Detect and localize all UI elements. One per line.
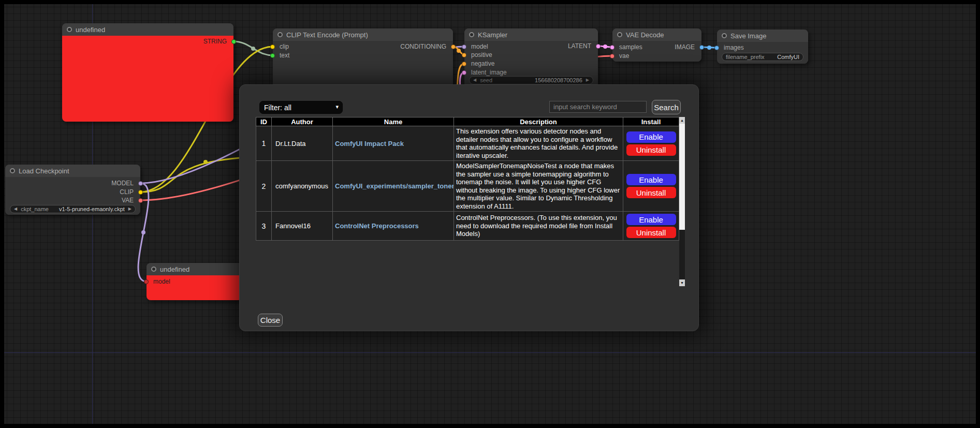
node-title: undefined	[160, 265, 189, 273]
node-load-checkpoint[interactable]: Load Checkpoint MODEL CLIP VAE ◀ ckpt_na…	[5, 165, 140, 215]
wire-midpoint-dot	[457, 49, 461, 53]
node-title-bar[interactable]: VAE Decode	[612, 28, 701, 41]
node-title-bar[interactable]: CLIP Text Encode (Prompt)	[273, 28, 453, 41]
header-install: Install	[623, 117, 679, 126]
input-dot-vae[interactable]	[610, 54, 615, 58]
wire-midpoint-dot	[141, 230, 145, 234]
table-header-row: ID Author Name Description Install	[256, 117, 679, 126]
input-label-images: images	[724, 44, 744, 51]
output-dot-clip[interactable]	[138, 190, 143, 195]
input-label-vae: vae	[619, 52, 629, 60]
extension-author: Fannovel16	[272, 212, 333, 241]
scrollbar-thumb[interactable]	[679, 124, 685, 230]
filter-dropdown[interactable]: Filter: all	[259, 101, 343, 114]
node-undefined-string[interactable]: undefined STRING	[62, 23, 233, 122]
collapse-dot-icon[interactable]	[617, 32, 622, 37]
ckpt-name-value: v1-5-pruned-emaonly.ckpt	[59, 206, 125, 212]
canvas-edge	[0, 0, 4, 428]
output-dot-vae[interactable]	[138, 198, 143, 203]
ckpt-name-widget[interactable]: ◀ ckpt_name v1-5-pruned-emaonly.ckpt ▶	[10, 205, 136, 213]
node-title-bar[interactable]: undefined	[62, 23, 233, 36]
wire-midpoint-dot	[251, 47, 255, 51]
scrollbar[interactable]: ▲ ▼	[679, 117, 685, 286]
search-button[interactable]: Search	[652, 100, 681, 114]
input-label-negative: negative	[471, 60, 494, 67]
collapse-dot-icon[interactable]	[151, 267, 156, 272]
collapse-dot-icon[interactable]	[469, 32, 474, 37]
output-label-vae: VAE	[122, 197, 134, 204]
close-button[interactable]: Close	[258, 314, 283, 327]
increment-arrow-icon[interactable]: ▶	[128, 207, 131, 211]
node-title-bar[interactable]: Save Image	[717, 29, 808, 42]
input-dot-positive[interactable]	[462, 53, 466, 57]
comfyui-app: undefined STRING CLIP Text Encode (Promp…	[0, 0, 980, 428]
wire-midpoint-dot	[603, 45, 607, 49]
output-label-model: MODEL	[111, 180, 134, 187]
search-input[interactable]	[549, 101, 647, 113]
decrement-arrow-icon[interactable]: ◀	[473, 78, 476, 82]
collapse-dot-icon[interactable]	[277, 32, 283, 37]
output-label-string: STRING	[203, 38, 227, 45]
seed-value: 156680208700286	[535, 77, 582, 83]
node-vae-decode[interactable]: VAE Decode samples vae IMAGE	[612, 28, 701, 62]
extension-link[interactable]: ComfyUI_experiments/sampler_tonemap	[335, 182, 454, 190]
uninstall-button[interactable]: Uninstall	[626, 187, 676, 198]
collapse-dot-icon[interactable]	[722, 33, 727, 38]
input-label-positive: positive	[471, 51, 492, 58]
input-dot-images[interactable]	[714, 46, 719, 50]
filename-prefix-value: ComfyUI	[777, 54, 799, 60]
node-title: KSampler	[478, 31, 507, 39]
seed-widget[interactable]: ◀ seed 156680208700286 ▶	[469, 76, 593, 84]
extension-description: ControlNet Preprocessors. (To use this e…	[454, 212, 623, 241]
decrement-arrow-icon[interactable]: ◀	[14, 207, 17, 211]
extension-row: 1 Dr.Lt.Data ComfyUI Impact Pack This ex…	[256, 126, 679, 161]
enable-button[interactable]: Enable	[626, 174, 676, 185]
extension-row: 2 comfyanonymous ComfyUI_experiments/sam…	[256, 161, 679, 212]
node-ksampler[interactable]: KSampler model positive negative latent_…	[464, 28, 598, 88]
enable-button[interactable]: Enable	[626, 131, 676, 143]
scroll-up-icon[interactable]: ▲	[679, 117, 685, 124]
extension-row: 3 Fannovel16 ControlNet Preprocessors Co…	[256, 212, 679, 241]
increment-arrow-icon[interactable]: ▶	[586, 78, 589, 82]
scroll-down-icon[interactable]: ▼	[679, 279, 685, 286]
node-undefined-model[interactable]: undefined model	[147, 263, 242, 300]
uninstall-button[interactable]: Uninstall	[626, 227, 676, 238]
node-title: VAE Decode	[626, 31, 664, 39]
filename-prefix-widget[interactable]: filename_prefix ComfyUI	[722, 53, 803, 61]
output-dot-conditioning[interactable]	[451, 45, 456, 49]
output-label-image: IMAGE	[675, 43, 695, 51]
node-clip-text-encode[interactable]: CLIP Text Encode (Prompt) clip text COND…	[273, 28, 453, 91]
header-id: ID	[256, 117, 272, 126]
filter-dropdown-wrap: Filter: all ▾	[259, 101, 343, 114]
enable-button[interactable]: Enable	[626, 214, 676, 225]
input-dot-latent-image[interactable]	[462, 70, 466, 75]
output-dot-latent[interactable]	[596, 44, 601, 49]
input-label-model: model	[153, 278, 170, 285]
output-dot-model[interactable]	[138, 181, 143, 186]
node-title: CLIP Text Encode (Prompt)	[286, 31, 368, 39]
filename-prefix-label: filename_prefix	[726, 54, 765, 60]
error-node-body	[62, 36, 233, 122]
output-dot-image[interactable]	[699, 45, 704, 50]
output-label-conditioning: CONDITIONING	[400, 43, 446, 50]
output-dot-string[interactable]	[231, 39, 236, 44]
node-title-bar[interactable]: undefined	[147, 263, 242, 275]
extension-link[interactable]: ControlNet Preprocessors	[335, 222, 419, 230]
input-dot-model[interactable]	[144, 279, 149, 284]
collapse-dot-icon[interactable]	[67, 27, 72, 32]
node-title-bar[interactable]: Load Checkpoint	[5, 165, 140, 177]
header-description: Description	[454, 117, 623, 126]
extension-id: 1	[256, 126, 272, 161]
extension-link[interactable]: ComfyUI Impact Pack	[335, 140, 404, 147]
node-title: Load Checkpoint	[19, 167, 69, 175]
node-title-bar[interactable]: KSampler	[464, 28, 598, 41]
extension-author: comfyanonymous	[272, 161, 333, 212]
canvas-edge	[976, 0, 980, 428]
extensions-table: ID Author Name Description Install 1 Dr.…	[256, 117, 679, 241]
collapse-dot-icon[interactable]	[10, 168, 15, 173]
input-dot-negative[interactable]	[462, 62, 466, 66]
extension-id: 3	[256, 212, 272, 241]
node-save-image[interactable]: Save Image images filename_prefix ComfyU…	[717, 29, 808, 64]
uninstall-button[interactable]: Uninstall	[626, 144, 676, 156]
input-dot-text[interactable]	[270, 53, 275, 58]
